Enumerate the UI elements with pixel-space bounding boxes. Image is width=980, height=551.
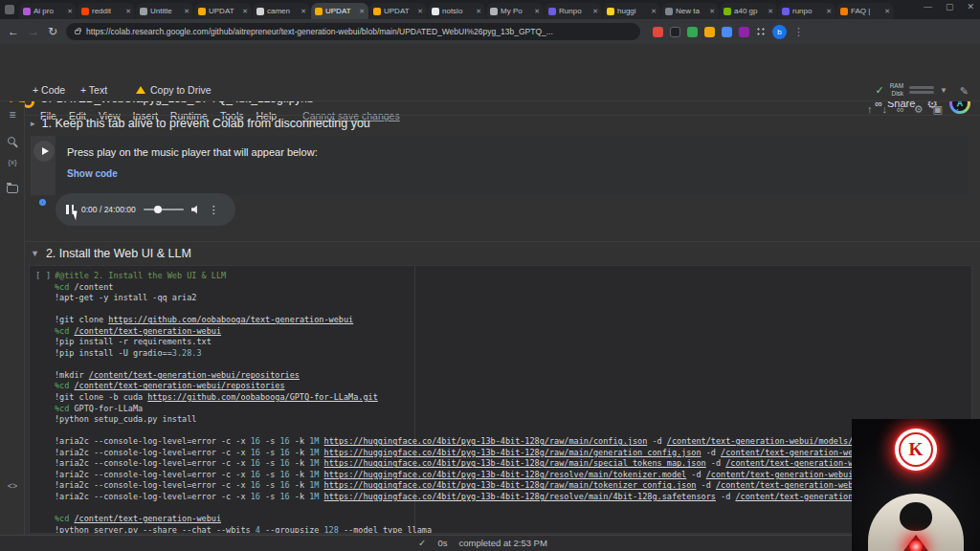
- run-cell-button[interactable]: [33, 141, 55, 162]
- browser-tab[interactable]: camen✕: [253, 3, 310, 19]
- section-1-heading[interactable]: ▸ 1. Keep this tab alive to prevent Cola…: [31, 117, 370, 130]
- disk-label: Disk: [891, 90, 903, 97]
- tab-close-icon[interactable]: ✕: [592, 8, 598, 15]
- extensions-row: b ⋮: [653, 25, 804, 39]
- tab-search-icon[interactable]: [5, 5, 14, 14]
- section-divider: [26, 115, 980, 116]
- browser-tab[interactable]: My Po✕: [486, 3, 544, 19]
- extension-icon[interactable]: [739, 27, 749, 37]
- tab-label: FAQ |: [851, 7, 881, 15]
- code-snippets-icon[interactable]: <>: [0, 481, 25, 491]
- section-1-title: 1. Keep this tab alive to prevent Colab …: [42, 117, 370, 130]
- colab-header: UPDATED_WebUI&pyg_13b_GPTQ_4bit_128g.ipy…: [0, 44, 980, 80]
- browser-tab[interactable]: UPDAT✕: [369, 3, 427, 19]
- exec-message: completed at 2:53 PM: [458, 538, 546, 548]
- tab-strip: Ai pro✕reddit✕Untitle✕UPDAT✕camen✕UPDAT✕…: [0, 0, 980, 19]
- code-line: !apt-get -y install -qq aria2: [55, 293, 969, 304]
- tab-label: a40 gp: [734, 7, 765, 15]
- tab-close-icon[interactable]: ✕: [651, 8, 657, 15]
- extension-icon[interactable]: [687, 27, 698, 37]
- browser-tab[interactable]: a40 gp✕: [720, 3, 777, 19]
- close-icon[interactable]: ✕: [967, 2, 974, 11]
- tab-close-icon[interactable]: ✕: [884, 8, 890, 15]
- browser-menu-icon[interactable]: ⋮: [793, 26, 804, 38]
- add-code-button[interactable]: + Code: [33, 84, 65, 96]
- copy-to-drive-button[interactable]: Copy to Drive: [136, 84, 212, 96]
- tab-favicon-icon: [315, 8, 323, 15]
- tab-label: camen: [267, 7, 298, 15]
- tab-close-icon[interactable]: ✕: [417, 8, 423, 15]
- volume-icon[interactable]: [191, 205, 201, 214]
- browser-profile-avatar[interactable]: b: [772, 25, 787, 39]
- left-sidebar: ≡ {x} <>: [0, 102, 25, 535]
- browser-tab[interactable]: Ai pro✕: [19, 3, 77, 19]
- tab-label: UPDAT: [209, 7, 239, 15]
- extension-icon[interactable]: [670, 27, 680, 37]
- url-field[interactable]: https://colab.research.google.com/github…: [66, 23, 640, 40]
- code-line: !aria2c --console-log-level=error -c -x …: [55, 480, 969, 492]
- tab-label: My Po: [501, 7, 531, 15]
- add-text-button[interactable]: + Text: [80, 84, 107, 96]
- audio-player[interactable]: 0:00 / 24:00:00 ⋮: [56, 193, 235, 226]
- tab-close-icon[interactable]: ✕: [768, 8, 773, 15]
- cell-1-body[interactable]: Press play on the music player that will…: [56, 136, 969, 195]
- resources-widget[interactable]: ✓ RAM Disk ▼: [875, 82, 947, 98]
- browser-tab[interactable]: Runpo✕: [545, 3, 602, 19]
- tab-close-icon[interactable]: ✕: [242, 8, 248, 15]
- browser-tab[interactable]: UPDAT✕: [311, 3, 368, 19]
- code-line: !aria2c --console-log-level=error -c -x …: [55, 492, 969, 503]
- extension-icon[interactable]: [653, 27, 663, 37]
- browser-tab[interactable]: reddit✕: [78, 3, 135, 19]
- browser-tab[interactable]: notslo✕: [428, 3, 485, 19]
- chevron-down-icon[interactable]: ▼: [940, 86, 947, 95]
- code-line: [55, 502, 969, 514]
- section-divider: [26, 241, 980, 242]
- tab-close-icon[interactable]: ✕: [476, 8, 481, 15]
- browser-tab[interactable]: huggi✕: [603, 3, 660, 19]
- tab-label: Untitle: [150, 7, 181, 15]
- code-line: %cd /content/text-generation-webui/repos…: [55, 381, 969, 392]
- tab-close-icon[interactable]: ✕: [125, 8, 131, 15]
- code-line: !python server.py --share --chat --wbits…: [55, 525, 969, 533]
- tab-favicon-icon: [23, 8, 31, 15]
- browser-tab[interactable]: runpo✕: [778, 3, 835, 19]
- tab-close-icon[interactable]: ✕: [301, 8, 306, 15]
- output-indicator-icon[interactable]: [39, 199, 46, 206]
- variables-icon[interactable]: {x}: [0, 158, 25, 166]
- browser-tab[interactable]: New ta✕: [661, 3, 719, 19]
- tab-close-icon[interactable]: ✕: [534, 8, 540, 15]
- tab-close-icon[interactable]: ✕: [67, 8, 73, 15]
- reload-icon[interactable]: ↻: [48, 26, 57, 37]
- edit-mode-icon[interactable]: ✎: [960, 85, 969, 98]
- extension-icon[interactable]: [704, 27, 715, 37]
- table-of-contents-icon[interactable]: ≡: [0, 108, 25, 121]
- tab-favicon-icon: [607, 8, 614, 15]
- slider-thumb[interactable]: [154, 206, 162, 213]
- player-menu-icon[interactable]: ⋮: [209, 204, 219, 216]
- forward-icon[interactable]: →: [28, 26, 39, 37]
- code-cell[interactable]: [ ] #@title 2. Install the Web UI & LLM%…: [29, 265, 972, 534]
- code-line: !git clone https://github.com/oobabooga/…: [55, 315, 969, 326]
- extension-icon[interactable]: [722, 27, 732, 37]
- browser-tab[interactable]: Untitle✕: [136, 3, 193, 19]
- tab-close-icon[interactable]: ✕: [184, 8, 189, 15]
- code-editor[interactable]: #@title 2. Install the Web UI & LLM%cd /…: [55, 271, 969, 533]
- show-code-link[interactable]: Show code: [67, 168, 118, 179]
- collapse-arrow-icon[interactable]: ▸: [31, 119, 35, 128]
- section-2-heading[interactable]: ▼ 2. Install the Web UI & LLM: [31, 247, 191, 260]
- maximize-icon[interactable]: ▢: [946, 2, 954, 11]
- back-icon[interactable]: ←: [8, 26, 19, 37]
- browser-tab[interactable]: UPDAT✕: [194, 3, 252, 19]
- collapse-arrow-icon[interactable]: ▼: [31, 249, 39, 258]
- files-folder-icon[interactable]: [7, 185, 18, 193]
- tabs-container: Ai pro✕reddit✕Untitle✕UPDAT✕camen✕UPDAT✕…: [19, 0, 895, 19]
- search-icon[interactable]: [8, 137, 15, 144]
- browser-tab[interactable]: FAQ |✕: [836, 3, 894, 19]
- seek-slider[interactable]: [144, 209, 184, 210]
- apps-grid-icon[interactable]: [756, 27, 766, 36]
- tab-close-icon[interactable]: ✕: [826, 8, 832, 15]
- minimize-icon[interactable]: —: [924, 2, 932, 11]
- cell-run-brackets[interactable]: [ ]: [35, 271, 51, 280]
- tab-close-icon[interactable]: ✕: [359, 8, 365, 15]
- tab-close-icon[interactable]: ✕: [709, 8, 715, 15]
